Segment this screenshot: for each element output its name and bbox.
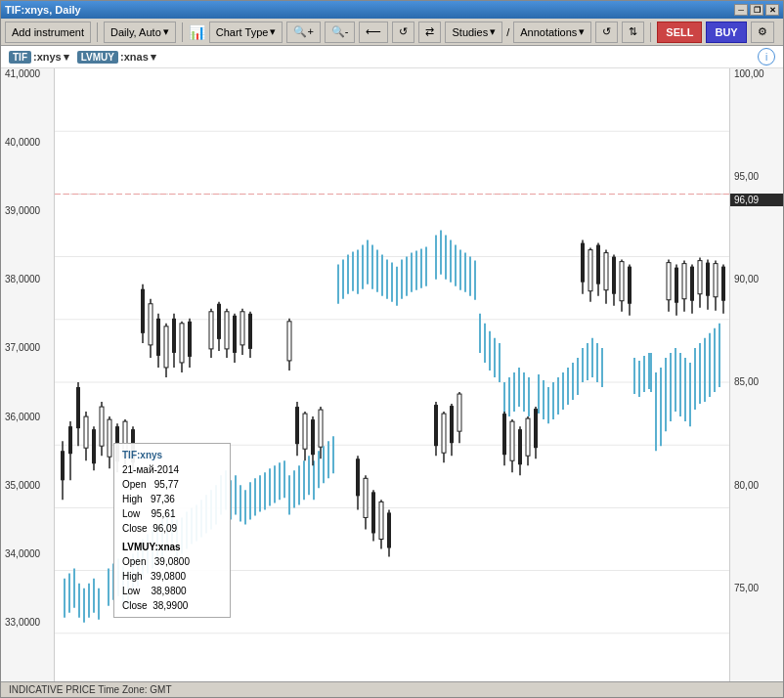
svg-rect-151 — [526, 418, 530, 456]
separator-2 — [182, 22, 183, 42]
svg-rect-125 — [319, 410, 323, 447]
svg-rect-143 — [457, 394, 461, 431]
tooltip-open1: 95,77 — [154, 479, 179, 490]
svg-rect-131 — [371, 492, 375, 533]
tooltip-date: 21-май-2014 — [122, 462, 222, 477]
chart-area: TIF :xnys ▾ LVMUY :xnas ▾ i 41,0000 40,0… — [1, 46, 783, 681]
svg-rect-109 — [225, 312, 229, 349]
compare-button[interactable]: ⇄ — [418, 22, 441, 43]
svg-rect-91 — [141, 289, 145, 333]
settings-button[interactable]: ⚙ — [751, 22, 774, 43]
tooltip-close1-row: Close 96,09 — [122, 521, 222, 536]
symbol2-label[interactable]: LVMUY :xnas ▾ — [77, 51, 156, 64]
chart-type-label: Chart Type — [216, 26, 269, 38]
right-price-5: 80,00 — [730, 480, 783, 491]
annotations-button[interactable]: Annotations ▾ — [513, 22, 591, 43]
svg-rect-133 — [379, 502, 383, 539]
period-selector[interactable]: Daily, Auto ▾ — [104, 22, 176, 43]
zoom-in-button[interactable]: 🔍+ — [286, 22, 320, 43]
symbol2-text: :xnas — [120, 51, 149, 63]
svg-rect-161 — [604, 253, 608, 290]
chart-canvas[interactable]: TIF:xnys 21-май-2014 Open 95,77 High 97,… — [55, 68, 729, 681]
symbol2-dropdown-icon: ▾ — [151, 51, 156, 64]
studies-button[interactable]: Studies ▾ — [445, 22, 502, 43]
right-price-6: 75,00 — [730, 583, 783, 593]
zoom-out-button[interactable]: 🔍- — [325, 22, 356, 43]
svg-rect-153 — [534, 409, 538, 448]
svg-rect-119 — [295, 407, 299, 444]
refresh-button[interactable]: ↺ — [392, 22, 414, 43]
chart-row: 41,0000 40,0000 39,0000 38,0000 37,0000 … — [1, 68, 783, 681]
svg-rect-85 — [84, 416, 88, 448]
zoom-in-icon: 🔍+ — [293, 25, 313, 38]
annotations-dropdown-icon: ▾ — [579, 25, 585, 38]
chart-header: TIF :xnys ▾ LVMUY :xnas ▾ i — [1, 46, 783, 68]
period-label: Daily, Auto — [110, 26, 161, 38]
minimize-button[interactable]: ─ — [734, 4, 748, 16]
svg-rect-159 — [596, 245, 600, 284]
chart-type-button[interactable]: Chart Type ▾ — [209, 22, 283, 43]
svg-rect-107 — [217, 304, 221, 339]
symbol1-dropdown-icon: ▾ — [64, 51, 69, 64]
annotation-separator: / — [506, 26, 509, 38]
svg-rect-83 — [76, 387, 80, 428]
right-price-3: 90,00 — [730, 274, 783, 284]
tooltip-low2: 38,9800 — [151, 586, 186, 596]
tooltip-close1: 96,09 — [152, 523, 177, 534]
svg-rect-167 — [628, 267, 632, 304]
svg-rect-117 — [287, 322, 291, 361]
sell-button[interactable]: SELL — [657, 22, 702, 43]
separator-3 — [650, 22, 651, 42]
annotations-label: Annotations — [520, 26, 577, 38]
svg-rect-169 — [667, 263, 671, 300]
tooltip-open1-row: Open 95,77 — [122, 477, 222, 492]
left-price-6: 36,0000 — [5, 412, 50, 422]
close-button[interactable]: ✕ — [765, 4, 779, 16]
link-icon: ⇅ — [629, 25, 637, 38]
status-text: INDICATIVE PRICE Time Zone: GMT — [9, 684, 172, 695]
left-price-2: 40,0000 — [5, 137, 50, 148]
tooltip-symbol1: TIF:xnys — [122, 448, 222, 462]
svg-rect-135 — [387, 512, 391, 547]
restore-button[interactable]: ❐ — [750, 4, 763, 16]
svg-rect-87 — [92, 429, 96, 463]
chart-info-button[interactable]: i — [758, 48, 775, 65]
svg-rect-95 — [156, 319, 160, 356]
left-price-9: 33,0000 — [5, 617, 50, 628]
link-button[interactable]: ⇅ — [622, 22, 644, 43]
svg-rect-101 — [180, 324, 184, 363]
add-instrument-label: Add instrument — [12, 26, 84, 38]
svg-rect-157 — [588, 250, 592, 291]
scroll-left-button[interactable]: ⟵ — [359, 22, 388, 43]
svg-rect-115 — [248, 314, 252, 349]
svg-rect-244 — [108, 419, 111, 457]
zoom-out-icon: 🔍- — [331, 25, 349, 38]
svg-rect-139 — [442, 414, 446, 453]
title-bar-title: TIF:xnys, Daily — [5, 4, 81, 16]
title-bar: TIF:xnys, Daily ─ ❐ ✕ — [1, 1, 783, 19]
svg-rect-141 — [450, 406, 454, 443]
svg-rect-103 — [188, 322, 192, 357]
svg-rect-177 — [698, 261, 702, 294]
svg-rect-81 — [68, 426, 72, 454]
left-price-8: 34,0000 — [5, 548, 50, 559]
separator-1 — [97, 22, 98, 42]
reset-icon: ↺ — [602, 25, 611, 38]
svg-rect-79 — [61, 451, 65, 480]
symbol1-label[interactable]: TIF :xnys ▾ — [9, 51, 69, 64]
tooltip-high2: 39,0800 — [151, 571, 186, 582]
svg-rect-175 — [690, 267, 694, 301]
chart-container: TIF :xnys ▾ LVMUY :xnas ▾ i 41,0000 40,0… — [1, 46, 783, 681]
buy-button[interactable]: BUY — [706, 22, 746, 43]
chart-type-dropdown-icon: ▾ — [270, 25, 276, 38]
tooltip-close2: 38,9900 — [152, 600, 188, 611]
tooltip-high1: 97,36 — [151, 494, 175, 504]
chart-type-icon: 📊 — [189, 24, 205, 40]
add-instrument-button[interactable]: Add instrument — [5, 22, 91, 43]
svg-rect-147 — [510, 421, 514, 460]
studies-label: Studies — [452, 26, 488, 38]
svg-rect-165 — [620, 262, 624, 301]
tooltip-high1-row: High 97,36 — [122, 492, 222, 506]
reset-button[interactable]: ↺ — [595, 22, 618, 43]
main-window: TIF:xnys, Daily ─ ❐ ✕ Add instrument Dai… — [0, 0, 784, 698]
